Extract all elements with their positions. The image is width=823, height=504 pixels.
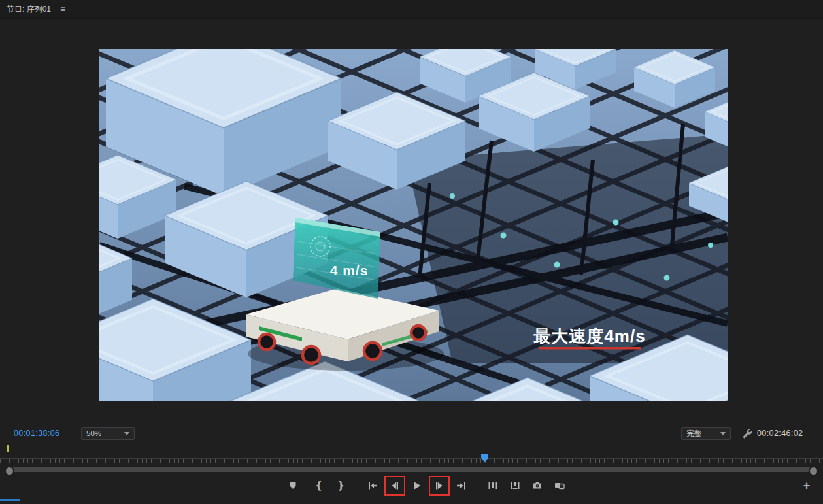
scrollbar-handle-left[interactable] bbox=[5, 466, 14, 476]
lift-icon bbox=[488, 480, 498, 491]
step-back-button[interactable] bbox=[386, 477, 403, 494]
playback-resolution-select[interactable]: 完整 bbox=[681, 427, 731, 440]
go-to-out-button[interactable] bbox=[453, 477, 470, 494]
play-icon bbox=[412, 480, 422, 491]
add-marker-button[interactable] bbox=[284, 477, 301, 494]
wrench-icon bbox=[741, 428, 752, 439]
go-to-in-icon bbox=[367, 480, 378, 491]
extract-icon bbox=[510, 480, 520, 491]
sequence-duration: 00:02:46:02 bbox=[757, 429, 803, 438]
step-forward-button[interactable] bbox=[431, 477, 448, 494]
panel-menu-icon[interactable]: ≡ bbox=[60, 5, 65, 14]
marker-icon bbox=[288, 480, 298, 491]
scrollbar-handle-right[interactable] bbox=[809, 466, 818, 476]
button-editor-button[interactable]: + bbox=[798, 475, 815, 496]
export-frame-button[interactable] bbox=[529, 477, 546, 494]
playback-resolution-value: 完整 bbox=[686, 429, 701, 439]
lift-button[interactable] bbox=[484, 477, 501, 494]
comparison-view-icon bbox=[554, 480, 565, 491]
go-to-in-button[interactable] bbox=[364, 477, 381, 494]
agv-speed-hud: 4 m/s bbox=[330, 263, 369, 278]
program-monitor-viewport[interactable]: 4 m/s 最大速度4m/s bbox=[99, 49, 728, 401]
mark-out-button[interactable]: } bbox=[333, 477, 350, 494]
chevron-down-icon bbox=[720, 432, 726, 435]
program-monitor-panel: 节目: 序列01 ≡ bbox=[0, 0, 823, 504]
clip-marker bbox=[7, 445, 9, 452]
current-timecode[interactable]: 00:01:38:06 bbox=[14, 429, 59, 438]
video-frame: 4 m/s 最大速度4m/s bbox=[99, 49, 728, 401]
go-to-out-icon bbox=[456, 480, 467, 491]
panel-title: 节目: 序列01 bbox=[7, 4, 51, 15]
zoom-level-value: 50% bbox=[86, 429, 101, 437]
step-forward-icon bbox=[434, 480, 445, 491]
zoom-scrollbar[interactable] bbox=[0, 465, 823, 475]
play-button[interactable] bbox=[409, 477, 426, 494]
transport-controls: { } bbox=[0, 475, 823, 496]
panel-focus-line bbox=[0, 499, 20, 501]
mark-in-button[interactable]: { bbox=[311, 477, 328, 494]
mark-in-icon: { bbox=[315, 481, 322, 491]
comparison-view-button[interactable] bbox=[551, 477, 568, 494]
ruler-ticks bbox=[0, 459, 823, 463]
camera-icon bbox=[532, 480, 543, 491]
plus-icon: + bbox=[803, 480, 811, 492]
caption-underline bbox=[539, 347, 641, 350]
chevron-down-icon bbox=[124, 432, 129, 435]
settings-button[interactable] bbox=[740, 427, 753, 440]
caption-text: 最大速度4m/s bbox=[533, 326, 645, 346]
monitor-timeline-ruler[interactable] bbox=[0, 443, 823, 465]
mark-out-icon: } bbox=[337, 481, 344, 491]
scrollbar-track[interactable] bbox=[8, 467, 815, 472]
extract-button[interactable] bbox=[507, 477, 524, 494]
zoom-level-select[interactable]: 50% bbox=[81, 427, 135, 440]
panel-header: 节目: 序列01 ≡ bbox=[0, 0, 823, 19]
step-back-icon bbox=[390, 480, 400, 491]
